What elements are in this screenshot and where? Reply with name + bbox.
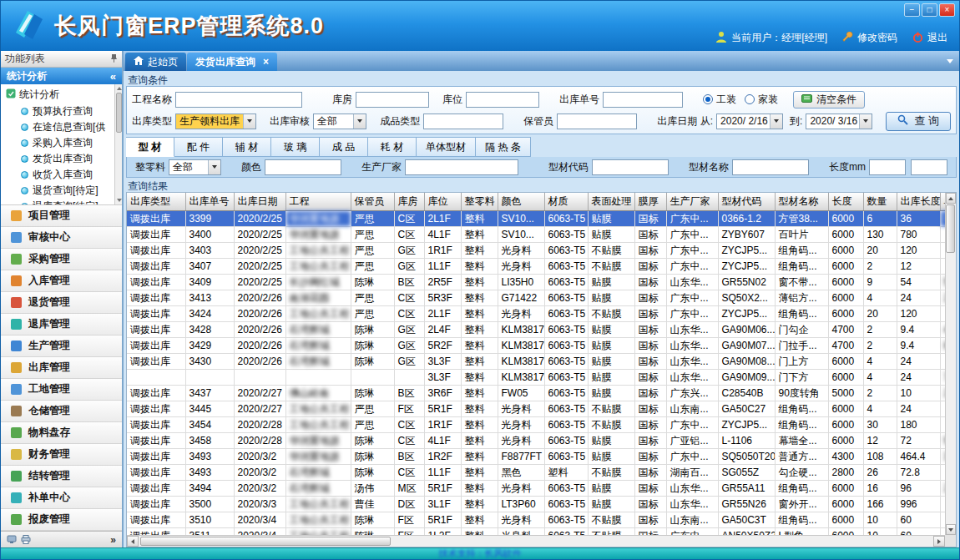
sidebar-menu-item[interactable]: 审核中心 [1,227,122,249]
tree-item[interactable]: 退库查询[待定] [1,199,122,205]
close-button[interactable]: × [939,3,955,17]
column-header[interactable]: 材质 [544,193,588,210]
material-tab[interactable]: 隔 热 条 [476,137,531,157]
material-tab[interactable]: 耗 材 [368,137,417,157]
chevron-down-icon[interactable] [208,160,220,174]
column-header[interactable]: 膜厚 [634,193,666,210]
horizontal-scrollbar[interactable] [127,535,945,547]
manufacturer-input[interactable] [405,159,518,175]
column-header[interactable]: 出库类型 [127,193,185,210]
table-row[interactable]: 调拨出库34282020/2/26 石湾辉城 陈琳G区2L4F整料 KLM381… [127,321,945,337]
logout-button[interactable]: 退出 [912,31,947,45]
tab-overflow-icon[interactable] [947,59,953,63]
chevron-down-icon[interactable] [859,114,872,129]
table-row[interactable]: 调拨出库34132020/2/26 南湖花园 严思C区5R3F整料 G71422… [127,290,945,305]
tree-item[interactable]: 退货查询[待定] [1,183,122,199]
column-header[interactable]: 库位 [424,193,461,210]
sidebar-menu-item[interactable]: 出库管理 [1,357,122,379]
product-type-input[interactable] [423,114,503,129]
tab-close-icon[interactable]: × [263,56,269,68]
tree-item[interactable]: 收货入库查询 [1,167,122,183]
material-tab[interactable]: 配 件 [174,137,223,157]
monitor-icon[interactable] [7,532,17,547]
color-input[interactable] [265,159,341,175]
horizontal-scrollbar-thumb[interactable] [140,537,391,546]
material-tab[interactable]: 玻 璃 [271,137,320,157]
vertical-scrollbar-thumb[interactable] [946,204,955,253]
order-no-input[interactable] [603,92,683,108]
maximize-button[interactable]: □ [922,3,937,17]
material-tab[interactable]: 型 材 [126,137,174,157]
table-row[interactable]: 调拨出库34942020/3/2 石湾辉城 汤伟M区5R1F整料 光身料6063… [127,480,945,496]
column-header[interactable]: 表面处理 [588,193,634,210]
table-row[interactable]: 调拨出库34032020/2/25 工地公共工程 严思G区1R1F整料 光身料6… [127,242,945,258]
profile-name-input[interactable] [732,159,809,175]
footer-more-icon[interactable]: » [110,534,116,546]
chevron-down-icon[interactable] [243,114,255,129]
printer-icon[interactable] [21,532,31,547]
table-row[interactable]: 调拨出库34302020/2/26 石湾辉城 陈琳G区3L3F整料 KLM381… [127,353,945,369]
tab-home[interactable]: 起始页 [125,53,186,71]
sidebar-menu-item[interactable]: 补单中心 [1,487,122,509]
tree-root[interactable]: 统计分析 [1,86,122,103]
sidebar-section-header[interactable]: 统计分析 « [1,68,122,84]
table-row[interactable]: 调拨出库34092020/2/25 长沙网红城 陈琳B区2R5F整料 LI35H… [127,274,945,290]
material-tab[interactable]: 单体型材 [417,137,476,157]
sidebar-menu-item[interactable]: 仓储管理 [1,401,122,422]
table-row[interactable]: 调拨出库35002020/3/3 工地公共工程 曹佳D区3L1F整料 LT3P6… [127,496,945,512]
change-password-link[interactable]: 修改密码 [842,31,897,45]
scroll-left-button[interactable] [127,536,139,547]
table-row[interactable]: 调拨出库35112020/3/4 工地公共工程 陈琳F区1L2F整料 光身料60… [127,527,945,535]
tree-item[interactable]: 预算执行查询 [1,103,122,119]
length-min-input[interactable] [869,159,906,175]
sidebar-menu-item[interactable]: 生产管理 [1,335,122,357]
column-header[interactable]: 工程 [285,193,351,210]
column-header[interactable]: 库房 [394,193,424,210]
sidebar-menu-item[interactable]: 报废管理 [1,509,122,531]
audit-select[interactable]: 全部 [313,114,366,129]
sidebar-menu-item[interactable]: 结转管理 [1,466,122,487]
table-row[interactable]: 调拨出库34932020/3/2 华润置地源 陈琳B区1R2F整料 F8877F… [127,448,945,464]
minimize-button[interactable]: − [904,3,920,17]
scroll-up-button[interactable] [946,193,956,204]
material-tab[interactable]: 辅 材 [223,137,271,157]
length-max-input[interactable] [911,159,947,175]
sidebar-menu-item[interactable]: 退库管理 [1,314,122,335]
column-header[interactable]: 出库长度 [897,193,940,210]
table-row[interactable]: 调拨出库34072020/2/25 工地公共工程 严思G区1L1F整料 光身料6… [127,258,945,274]
date-from-picker[interactable]: 2020/ 2/16 [716,114,783,129]
tree-item[interactable]: 发货出库查询 [1,151,122,167]
radio-jiazhuang[interactable]: 家装 [745,93,778,107]
table-row[interactable]: 调拨出库35102020/3/4 工地公共工程 陈琳F区5R1F整料 光身料60… [127,512,945,527]
tree-scrollbar-thumb[interactable] [116,93,122,133]
table-row[interactable]: 调拨出库33992020/2/25 华润置地源 严思C区2L1F整料 SV10.… [127,210,945,226]
tree-scrollbar[interactable] [114,84,122,204]
chevron-down-icon[interactable] [770,114,782,129]
column-header[interactable]: 生产厂家 [666,193,718,210]
column-header[interactable]: 型材名称 [775,193,828,210]
vertical-scrollbar[interactable] [945,193,956,535]
column-header[interactable]: 型材代码 [718,193,775,210]
table-row[interactable]: 调拨出库34242020/2/26 工地公共工程 严思C区2L1F整料 光身料6… [127,305,945,321]
column-header[interactable]: 数量 [863,193,897,210]
column-header[interactable]: 颜色 [498,193,544,210]
column-header[interactable]: 长度 [828,193,863,210]
column-header[interactable]: 出库单号 [185,193,234,210]
tree-item[interactable]: 在途信息查询[供 [1,119,122,135]
chevron-down-icon[interactable] [353,114,366,129]
column-header[interactable]: 整零料 [461,193,498,210]
collapse-icon[interactable]: « [110,70,116,83]
scroll-down-button[interactable] [946,524,956,535]
date-to-picker[interactable]: 2020/ 3/16 [806,114,872,129]
scroll-right-button[interactable] [933,536,945,547]
out-type-select[interactable]: 生产领料出库 [175,114,256,129]
tree-item[interactable]: 采购入库查询 [1,135,122,151]
table-row[interactable]: 调拨出库34452020/2/27 工地公共工程 严思F区5R1F整料 光身料6… [127,401,945,416]
project-name-input[interactable] [175,92,302,108]
table-row[interactable]: 调拨出库34372020/2/27 佛山岭南 陈琳B区3R6F整料 FW0560… [127,385,945,401]
keeper-input[interactable] [557,114,637,129]
sidebar-menu-item[interactable]: 采购管理 [1,249,122,270]
search-button[interactable]: 查 询 [886,112,951,131]
whole-piece-select[interactable]: 全部 [169,159,221,175]
table-row[interactable]: 调拨出库34292020/2/26 石湾辉城 陈琳G区5R2F整料 KLM381… [127,337,945,353]
